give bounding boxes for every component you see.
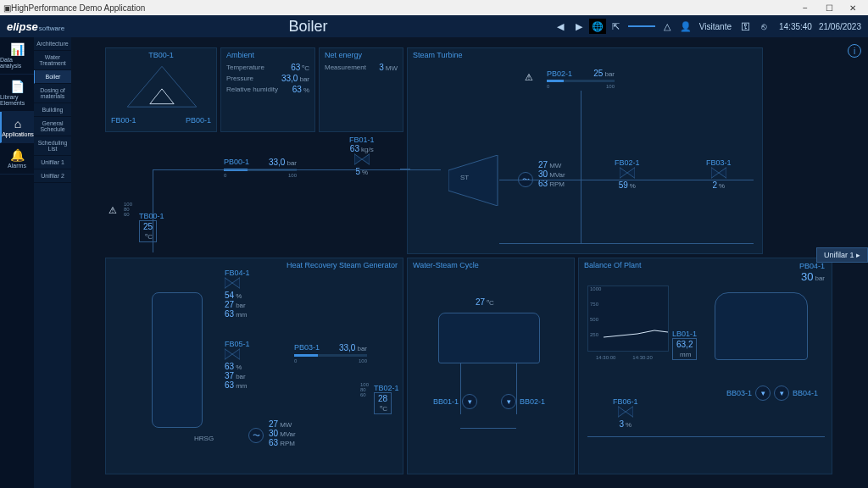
nav-data-analysis[interactable]: 📊Data analysis: [0, 37, 34, 75]
panel-hrsg: Heat Recovery Steam Generator FB04-1 54%…: [105, 258, 403, 474]
valve-icon[interactable]: [354, 153, 370, 165]
key-icon[interactable]: ⚿: [737, 19, 754, 34]
pump-icon[interactable]: ▾: [501, 394, 516, 409]
sub-nav: Architecture Water Treatment Boiler Dosi…: [34, 37, 71, 488]
window-titlebar: ▣ HighPerformance Demo Application − ☐ ✕: [0, 0, 868, 15]
brand-text: elipse: [7, 20, 38, 33]
tb00-title: TB00-1: [106, 48, 216, 62]
nav-alarms[interactable]: 🔔Alarms: [0, 143, 34, 175]
st-title: Steam Turbine: [408, 48, 762, 62]
hrsg-gen-readings: 27MW 30MVar 63RPM: [269, 419, 296, 447]
svg-marker-5: [711, 168, 719, 179]
accent-line: [628, 25, 655, 27]
fb01-name: FB01-1: [349, 136, 375, 144]
bb01-block: BB01-1 ▾: [433, 394, 477, 409]
svg-marker-0: [127, 66, 196, 107]
panel-steam-turbine: Steam Turbine ⚠ PB02-1 25bar 0100 ST 〜 2…: [407, 47, 763, 254]
subnav-architecture[interactable]: Architecture: [34, 37, 71, 51]
nav-fwd-icon[interactable]: ▶: [570, 19, 587, 34]
tb02-ticks: 1008060: [360, 382, 369, 397]
fb03-name: FB03-1: [706, 158, 732, 167]
ambient-temp-val: 63: [291, 63, 300, 72]
nete-title: Net energy: [320, 48, 403, 62]
condenser-icon: [438, 313, 540, 363]
svg-marker-14: [626, 407, 633, 418]
subnav-unifilar1[interactable]: Unifilar 1: [34, 156, 71, 169]
globe-icon[interactable]: 🌐: [589, 19, 606, 34]
brand-logo: elipse software: [7, 20, 64, 33]
svg-marker-2: [448, 155, 498, 206]
bb02-block: ▾ BB02-1: [501, 394, 545, 409]
svg-marker-11: [225, 349, 232, 360]
svg-marker-9: [225, 278, 232, 289]
center-area: PB00-1 33,0bar 0100 FB01-1 63kg/s 5% ⚠ 1…: [105, 136, 403, 254]
pb00-val: 33,0: [269, 158, 285, 167]
fb06-block: FB06-1 3%: [613, 397, 638, 429]
fb05-block: FB05-1 63% 37bar 63mm: [225, 340, 250, 390]
st-gen-readings: 27MW 30MVar 63RPM: [538, 160, 565, 188]
pump-icon[interactable]: ▾: [755, 385, 771, 401]
subnav-schedlist[interactable]: Scheduling List: [34, 136, 71, 156]
bb03-block: BB03-1 ▾ ▾ BB04-1: [726, 385, 818, 401]
share-icon[interactable]: ⇱: [608, 19, 625, 34]
subnav-dosing[interactable]: Dosing of materials: [34, 84, 71, 103]
user-label: Visitante: [699, 22, 732, 31]
valve-icon[interactable]: [225, 348, 240, 360]
tb00-sensor: TB00-1 25ºC: [139, 212, 164, 242]
window-title: HighPerformance Demo Application: [11, 3, 793, 13]
nete-val: 3: [379, 63, 384, 72]
svg-marker-13: [618, 407, 626, 418]
valve-icon[interactable]: [225, 277, 240, 289]
top-bar: elipse software Boiler ◀ ▶ 🌐 ⇱ △ 👤 Visit…: [0, 15, 868, 37]
hrsg-title: Heat Recovery Steam Generator: [106, 258, 403, 272]
svg-marker-7: [354, 154, 362, 165]
pb02-val: 25: [593, 69, 603, 78]
radar-icon: [111, 62, 213, 114]
warning-icon[interactable]: ⚠: [525, 72, 533, 83]
warning-icon[interactable]: △: [659, 19, 676, 34]
fb03-block: FB03-1 2%: [706, 158, 732, 190]
chart-icon: 📊: [10, 42, 25, 56]
pb02-name: PB02-1: [547, 69, 572, 78]
valve-icon[interactable]: [620, 167, 635, 179]
subnav-schedule[interactable]: General Schedule: [34, 117, 71, 136]
maximize-button[interactable]: ☐: [817, 3, 841, 13]
subnav-water[interactable]: Water Treatment: [34, 51, 71, 70]
info-icon[interactable]: i: [848, 44, 861, 58]
page-title: Boiler: [70, 18, 547, 36]
canvas: i TB00-1 FB00-1 PB00-1 Ambient Temperatu…: [71, 37, 868, 488]
subnav-boiler[interactable]: Boiler: [34, 70, 71, 84]
svg-marker-3: [620, 168, 627, 179]
pump-icon[interactable]: ▾: [462, 394, 477, 409]
subnav-unifilar2[interactable]: Unifilar 2: [34, 169, 71, 183]
brand-sub: software: [39, 25, 64, 32]
lb01-block: LB01-1 63,2mm: [672, 330, 697, 360]
wsc-temp: 27ºC: [476, 297, 494, 307]
body: 📊Data analysis 📄Library Elements ⌂Applic…: [0, 37, 868, 488]
nav-back-icon[interactable]: ◀: [552, 19, 569, 34]
pump-icon[interactable]: ▾: [774, 385, 789, 401]
minimize-button[interactable]: −: [793, 3, 817, 13]
pb04-block: PB04-1 30bar: [799, 262, 825, 283]
nav-applications[interactable]: ⌂Applications: [0, 112, 34, 143]
tank-icon: [715, 292, 808, 360]
hrsg-label: HRSG: [194, 435, 214, 442]
fb04-block: FB04-1 54% 27bar 63mm: [225, 269, 250, 319]
warning-icon[interactable]: ⚠: [108, 205, 117, 216]
svg-marker-1: [150, 89, 174, 104]
logout-icon[interactable]: ⎋: [755, 19, 772, 34]
ambient-temp-label: Temperature: [226, 64, 264, 71]
ambient-rh-label: Relative humidity: [226, 86, 278, 93]
valve-icon[interactable]: [711, 167, 726, 179]
subnav-building[interactable]: Building: [34, 103, 71, 117]
ambient-rh-val: 63: [292, 85, 302, 94]
valve-icon[interactable]: [618, 406, 633, 418]
user-icon[interactable]: 👤: [677, 19, 694, 34]
date-label: 21/06/2023: [819, 22, 861, 31]
app-icon: ▣: [3, 3, 11, 13]
close-button[interactable]: ✕: [841, 3, 865, 13]
side-tab-unifilar1[interactable]: Unifilar 1 ▸: [816, 247, 868, 263]
st-label: ST: [460, 174, 469, 181]
bop-title: Balance Of Plant: [579, 258, 832, 272]
nav-library[interactable]: 📄Library Elements: [0, 75, 34, 112]
